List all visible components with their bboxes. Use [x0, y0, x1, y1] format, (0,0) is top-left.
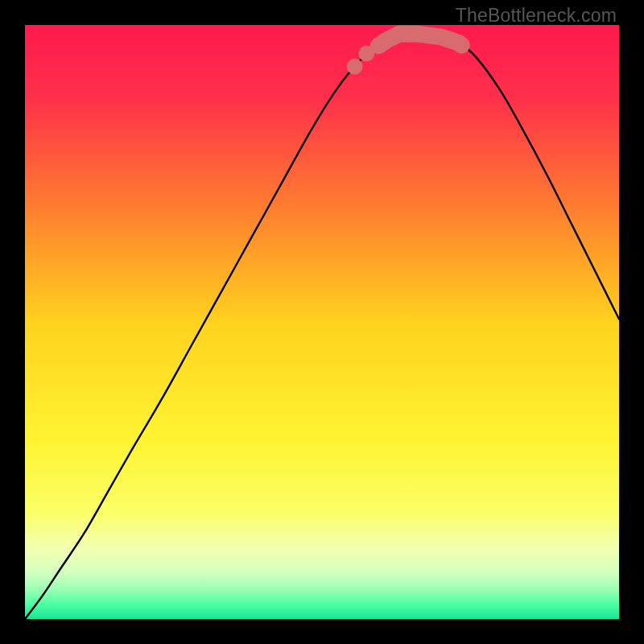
- highlight-dot-1: [358, 46, 374, 62]
- highlight-dot-0: [347, 59, 363, 75]
- watermark-text: TheBottleneck.com: [456, 5, 617, 27]
- chart-frame: TheBottleneck.com: [0, 0, 644, 644]
- gradient-background: [25, 25, 619, 619]
- plot-area: [25, 25, 619, 619]
- plot-svg: [25, 25, 619, 619]
